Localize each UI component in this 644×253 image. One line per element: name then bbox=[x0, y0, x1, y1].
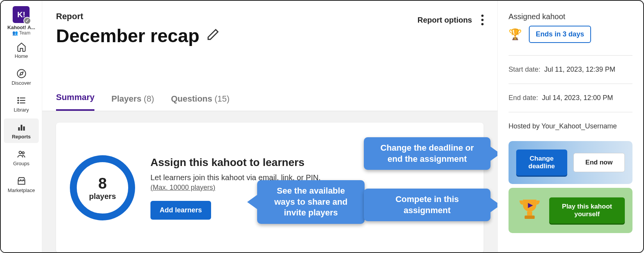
assignment-side-panel: Assigned kahoot 🏆 Ends in 3 days Start d… bbox=[497, 1, 643, 252]
bar-chart-icon bbox=[17, 122, 26, 132]
tab-questions[interactable]: Questions(15) bbox=[171, 94, 230, 111]
report-options-label[interactable]: Report options bbox=[418, 16, 472, 25]
nav-discover[interactable]: Discover bbox=[1, 65, 42, 89]
svg-point-5 bbox=[18, 97, 18, 98]
more-options-icon[interactable] bbox=[481, 15, 484, 25]
app-logo: K! ✓ bbox=[13, 6, 30, 23]
add-learners-button[interactable]: Add learners bbox=[150, 201, 211, 220]
report-header: Report December recap Report options bbox=[42, 1, 497, 46]
svg-point-11 bbox=[19, 151, 21, 154]
svg-point-0 bbox=[17, 69, 26, 78]
trophy-icon: 🏆 bbox=[509, 28, 522, 41]
edit-title-icon[interactable] bbox=[206, 28, 220, 44]
deadline-badge[interactable]: Ends in 3 days bbox=[529, 26, 591, 43]
tab-summary[interactable]: Summary bbox=[56, 92, 94, 111]
profile-name: Kahoot! A... bbox=[7, 25, 35, 30]
nav-home[interactable]: Home bbox=[1, 38, 42, 62]
callout-compete: Compete in this assignment bbox=[364, 189, 490, 221]
hosted-by-row: Hosted by Your_Kahoot_Username bbox=[509, 115, 632, 137]
tab-players[interactable]: Players(8) bbox=[111, 94, 154, 111]
main-content: Report December recap Report options Sum… bbox=[42, 1, 497, 252]
svg-point-7 bbox=[18, 102, 18, 103]
player-count-ring: 8 players bbox=[70, 155, 135, 220]
verified-check-icon: ✓ bbox=[23, 17, 31, 25]
callout-deadline: Change the deadline or end the assignmen… bbox=[364, 137, 490, 170]
change-deadline-button[interactable]: Change deadline bbox=[516, 150, 567, 176]
trophy-large-icon bbox=[516, 196, 543, 225]
profile-team: 👥 Team bbox=[7, 30, 35, 36]
end-date-row: End date: Jul 14, 2023, 12:00 PM bbox=[509, 87, 632, 109]
compass-icon bbox=[17, 69, 26, 79]
report-title: December recap bbox=[56, 25, 200, 46]
nav-marketplace[interactable]: Marketplace bbox=[1, 172, 42, 197]
svg-point-6 bbox=[18, 100, 18, 101]
nav-groups[interactable]: Groups bbox=[1, 145, 42, 170]
svg-rect-8 bbox=[18, 127, 20, 131]
divider bbox=[509, 55, 632, 56]
max-players-link[interactable]: (Max. 10000 players) bbox=[150, 184, 215, 192]
svg-marker-1 bbox=[20, 72, 23, 76]
side-panel-title: Assigned kahoot bbox=[509, 12, 632, 21]
svg-rect-14 bbox=[525, 215, 535, 219]
svg-rect-10 bbox=[23, 127, 25, 131]
assign-heading: Assign this kahoot to learners bbox=[150, 156, 321, 169]
start-date-row: Start date: Jul 11, 2023, 12:39 PM bbox=[509, 59, 632, 80]
svg-rect-13 bbox=[527, 211, 532, 215]
divider bbox=[509, 112, 632, 112]
report-tabs: Summary Players(8) Questions(15) bbox=[42, 92, 497, 111]
sidebar: K! ✓ Kahoot! A... 👥 Team Home Discover L… bbox=[1, 1, 42, 252]
home-icon bbox=[17, 42, 26, 52]
callout-share: See the available ways to share and invi… bbox=[257, 180, 365, 224]
deadline-actions: Change deadline End now bbox=[509, 141, 632, 184]
profile-block[interactable]: K! ✓ Kahoot! A... 👥 Team bbox=[7, 6, 35, 36]
divider bbox=[509, 84, 632, 84]
shop-icon bbox=[17, 176, 26, 186]
users-icon bbox=[17, 149, 26, 159]
play-yourself-button[interactable]: Play this kahoot yourself bbox=[549, 197, 625, 223]
nav-library[interactable]: Library bbox=[1, 92, 42, 116]
svg-point-12 bbox=[22, 152, 24, 154]
svg-rect-9 bbox=[20, 125, 22, 131]
play-actions: Play this kahoot yourself bbox=[509, 188, 632, 233]
nav-reports[interactable]: Reports bbox=[4, 118, 39, 143]
end-now-button[interactable]: End now bbox=[573, 153, 625, 172]
list-icon bbox=[17, 95, 26, 105]
